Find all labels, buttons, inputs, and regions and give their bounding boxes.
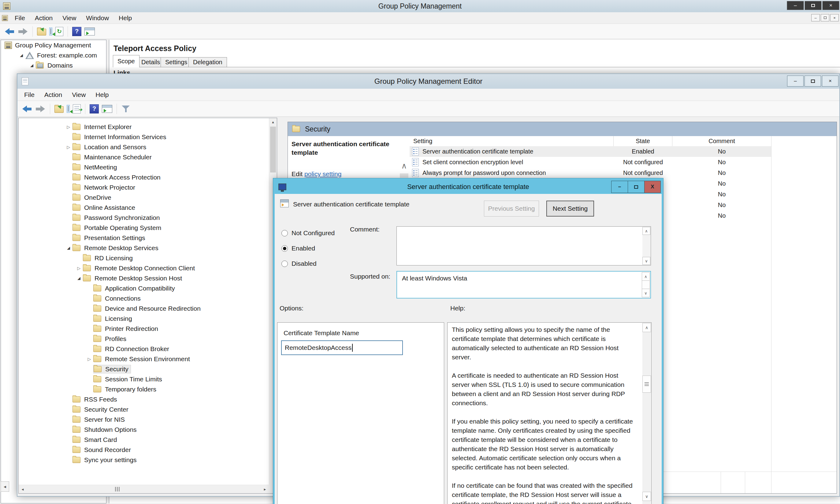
expander-expanded-icon[interactable]: ◢: [65, 246, 72, 250]
tree-item-rd-connection-broker[interactable]: RD Connection Broker: [19, 344, 268, 354]
scroll-down-icon[interactable]: ∨: [642, 492, 651, 501]
menu-item-help[interactable]: Help: [114, 14, 137, 22]
gpm-tree-forest[interactable]: ◢ Forest: example.com: [1, 50, 106, 60]
previous-setting-button[interactable]: Previous Setting: [484, 201, 539, 217]
scroll-right-icon[interactable]: ►: [261, 485, 269, 493]
comment-scrollbar[interactable]: ∧ ∨: [642, 227, 650, 265]
tree-item-temporary-folders[interactable]: Temporary folders: [19, 384, 268, 394]
restore-icon[interactable]: [805, 1, 822, 10]
minimize-icon[interactable]: –: [787, 75, 804, 87]
close-icon[interactable]: X: [644, 181, 661, 193]
tree-item-portable-operating-system[interactable]: Portable Operating System: [19, 223, 268, 233]
tree-item-location-and-sensors[interactable]: ▷Location and Sensors: [19, 142, 268, 152]
gpm-tree-domains[interactable]: ◢ Domains: [1, 60, 106, 70]
close-icon[interactable]: ×: [822, 1, 839, 10]
gpm-tree-root[interactable]: Group Policy Management: [1, 40, 106, 50]
table-row[interactable]: Set client connection encryption levelNo…: [410, 157, 771, 167]
scrollbar-thumb[interactable]: [642, 376, 651, 393]
extended-pane-scroll-up-icon[interactable]: ∧: [399, 161, 409, 178]
maximize-icon[interactable]: [805, 75, 821, 87]
scroll-down-icon[interactable]: ∨: [642, 257, 650, 265]
comment-textarea[interactable]: ∧ ∨: [396, 226, 651, 266]
menu-item-file[interactable]: File: [10, 14, 30, 22]
menu-item-file[interactable]: File: [19, 91, 39, 98]
tab-delegation[interactable]: Delegation: [189, 57, 227, 67]
help-icon[interactable]: ?: [90, 104, 99, 113]
table-row[interactable]: Server authentication certificate templa…: [410, 146, 771, 157]
tab-settings[interactable]: Settings: [161, 57, 192, 67]
expander-collapsed-icon[interactable]: ▷: [75, 266, 83, 271]
up-one-level-icon[interactable]: [54, 106, 64, 113]
tree-item-netmeeting[interactable]: NetMeeting: [19, 162, 268, 172]
tree-horizontal-scrollbar[interactable]: ◄ ►: [19, 485, 269, 493]
forward-icon[interactable]: [35, 105, 46, 112]
radio-not-configured[interactable]: Not Configured: [282, 229, 335, 237]
tree-item-sync-your-settings[interactable]: Sync your settings: [19, 455, 268, 465]
tree-item-onedrive[interactable]: OneDrive: [19, 192, 268, 202]
scroll-up-icon[interactable]: ∧: [642, 227, 650, 235]
scroll-left-icon[interactable]: ◄: [19, 485, 26, 493]
scrollbar-grip[interactable]: [115, 487, 120, 491]
tree-item-internet-information-services[interactable]: Internet Information Services: [19, 132, 268, 142]
tree-item-profiles[interactable]: Profiles: [19, 334, 268, 344]
help-scrollbar[interactable]: ∧ ∨: [642, 323, 651, 504]
tree-item-connections[interactable]: Connections: [19, 293, 268, 303]
column-setting[interactable]: Setting: [410, 136, 614, 146]
scroll-down-icon[interactable]: ∨: [642, 289, 650, 297]
tree-item-printer-redirection[interactable]: Printer Redirection: [19, 324, 268, 334]
tree-item-network-access-protection[interactable]: Network Access Protection: [19, 172, 268, 182]
scroll-up-icon[interactable]: ∧: [642, 272, 650, 281]
expander-expanded-icon[interactable]: ◢: [75, 276, 83, 281]
minimize-icon[interactable]: –: [787, 1, 804, 10]
supported-on-box[interactable]: At least Windows Vista ∧ ∨: [396, 271, 651, 299]
tree-item-remote-desktop-session-host[interactable]: ◢Remote Desktop Session Host: [19, 273, 268, 283]
tab-scope[interactable]: Scope: [113, 55, 140, 67]
tree-item-remote-desktop-services[interactable]: ◢Remote Desktop Services: [19, 243, 268, 253]
radio-button-icon[interactable]: [282, 260, 288, 267]
column-comment[interactable]: Comment: [672, 136, 771, 146]
scroll-left-icon[interactable]: ◄: [1, 481, 9, 492]
menu-item-help[interactable]: Help: [91, 91, 113, 98]
close-icon[interactable]: ×: [822, 75, 838, 87]
policy-setting-link[interactable]: policy setting: [304, 170, 341, 177]
forward-icon[interactable]: [18, 28, 28, 35]
help-icon[interactable]: ?: [72, 27, 82, 36]
tree-item-network-projector[interactable]: Network Projector: [19, 182, 268, 192]
mdi-minimize-icon[interactable]: –: [811, 14, 820, 21]
tree-item-sound-recorder[interactable]: Sound Recorder: [19, 445, 268, 455]
expander-expanded-icon[interactable]: ◢: [17, 53, 25, 57]
tree-item-internet-explorer[interactable]: ▷Internet Explorer: [19, 122, 268, 132]
table-row[interactable]: Always prompt for password upon connecti…: [410, 167, 771, 178]
mdi-close-icon[interactable]: ×: [830, 14, 839, 21]
mdi-restore-icon[interactable]: [821, 14, 829, 21]
tree-item-online-assistance[interactable]: Online Assistance: [19, 202, 268, 213]
radio-button-icon[interactable]: [282, 245, 288, 252]
tree-item-security-center[interactable]: Security Center: [19, 404, 268, 414]
radio-button-icon[interactable]: [282, 230, 288, 236]
tree-item-maintenance-scheduler[interactable]: Maintenance Scheduler: [19, 152, 268, 162]
up-one-level-icon[interactable]: [37, 29, 46, 35]
expander-collapsed-icon[interactable]: ▷: [65, 124, 72, 129]
tree-item-presentation-settings[interactable]: Presentation Settings: [19, 233, 268, 243]
expander-collapsed-icon[interactable]: ▷: [65, 145, 72, 149]
tree-item-security[interactable]: Security: [19, 364, 268, 374]
refresh-icon[interactable]: ↻: [55, 27, 63, 36]
menu-item-view[interactable]: View: [67, 91, 91, 98]
tree-item-remote-session-environment[interactable]: ▷Remote Session Environment: [19, 354, 268, 364]
tree-item-rd-licensing[interactable]: RD Licensing: [19, 253, 268, 263]
tree-item-password-synchronization[interactable]: Password Synchronization: [19, 213, 268, 223]
tree-item-server-for-nis[interactable]: Server for NIS: [19, 414, 268, 425]
certificate-template-name-input[interactable]: RemoteDesktopAccess: [281, 340, 403, 355]
filter-icon[interactable]: [121, 105, 130, 113]
menu-item-view[interactable]: View: [57, 14, 81, 22]
show-console-tree-icon[interactable]: [49, 28, 52, 35]
radio-enabled[interactable]: Enabled: [282, 245, 315, 252]
show-action-pane-icon[interactable]: [85, 28, 95, 35]
show-console-tree-icon[interactable]: [67, 105, 70, 113]
menu-item-action[interactable]: Action: [30, 14, 57, 22]
tree-item-remote-desktop-connection-client[interactable]: ▷Remote Desktop Connection Client: [19, 263, 268, 273]
column-state[interactable]: State: [614, 136, 672, 146]
show-action-pane-icon[interactable]: [102, 105, 112, 113]
scroll-up-icon[interactable]: ▲: [269, 118, 277, 126]
tree-item-session-time-limits[interactable]: Session Time Limits: [19, 374, 268, 384]
